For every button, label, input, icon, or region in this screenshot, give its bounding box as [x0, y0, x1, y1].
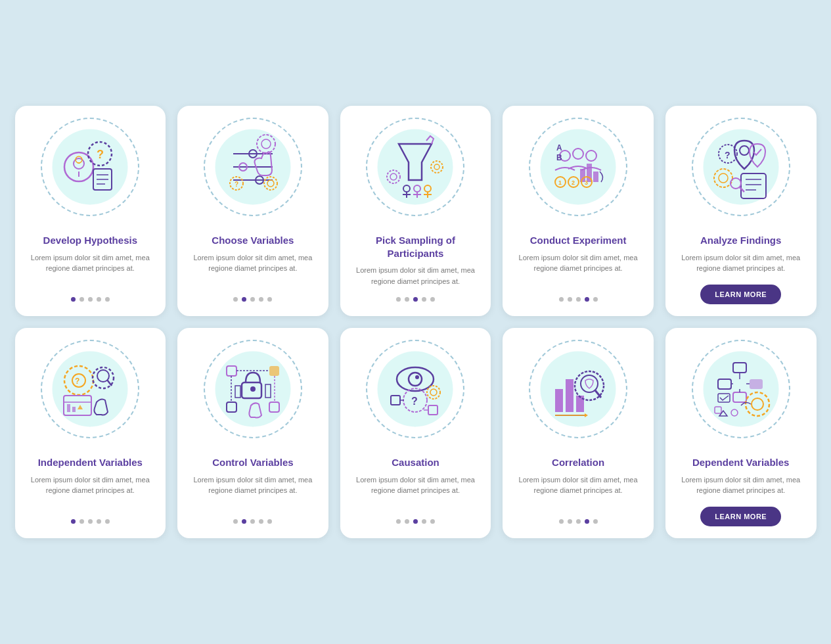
conduct-experiment-icon: A B 1 2 3: [542, 131, 614, 203]
card-icon-dependent-variables: [665, 328, 817, 449]
svg-rect-75: [227, 366, 236, 376]
dot-3: [250, 519, 255, 524]
svg-point-74: [250, 386, 256, 392]
card-title-choose-variables: Choose Variables: [212, 234, 294, 247]
svg-point-22: [261, 139, 271, 149]
dot-4: [422, 297, 426, 302]
dot-2: [242, 297, 246, 302]
card-title-control-variables: Control Variables: [212, 456, 293, 469]
svg-rect-82: [235, 386, 240, 398]
svg-point-9: [76, 156, 82, 163]
card-icon-causation: ?: [340, 328, 491, 449]
svg-text:?: ?: [75, 377, 79, 386]
card-text-develop-hypothesis: Lorem ipsum dolor sit dim amet, mea regi…: [26, 252, 156, 274]
svg-point-99: [581, 375, 598, 392]
svg-point-36: [434, 164, 439, 170]
card-icon-control-variables: [177, 328, 328, 449]
develop-hypothesis-icon: ?: [54, 131, 126, 203]
svg-text:3: 3: [585, 179, 588, 186]
card-icon-choose-variables: ?: [177, 106, 328, 227]
card-dots-develop-hypothesis: [71, 297, 110, 302]
svg-point-117: [731, 409, 738, 416]
card-analyze-findings: ? Analyze Findings Lorem ipsum dolor sit…: [665, 106, 817, 316]
dot-3: [413, 297, 418, 302]
svg-point-26: [403, 185, 410, 192]
dot-1: [396, 519, 401, 524]
dot-1: [71, 519, 76, 524]
dot-5: [267, 519, 272, 524]
dot-1: [233, 519, 238, 524]
card-icon-pick-sampling: [340, 106, 491, 227]
card-title-dependent-variables: Dependent Variables: [692, 456, 790, 469]
svg-marker-102: [585, 413, 588, 417]
card-dependent-variables: Dependent Variables Lorem ipsum dolor si…: [665, 328, 817, 538]
card-dots-control-variables: [233, 519, 272, 524]
analyze-findings-icon: ?: [705, 131, 777, 203]
card-text-causation: Lorem ipsum dolor sit dim amet, mea regi…: [351, 474, 481, 496]
svg-rect-78: [227, 402, 236, 412]
dot-3: [413, 519, 418, 524]
card-choose-variables: ? Choose Variables Lorem ipsum dolor sit…: [177, 106, 328, 316]
dot-1: [396, 297, 401, 302]
svg-point-25: [390, 173, 397, 180]
dot-3: [576, 297, 581, 302]
svg-point-35: [431, 161, 443, 173]
svg-rect-95: [555, 389, 563, 412]
svg-point-32: [424, 185, 431, 192]
card-pick-sampling: Pick Sampling of Participants Lorem ipsu…: [340, 106, 491, 316]
svg-rect-96: [566, 379, 573, 412]
card-text-correlation: Lorem ipsum dolor sit dim amet, mea regi…: [513, 474, 643, 496]
card-dots-independent-variables: [71, 519, 110, 524]
dot-3: [88, 297, 93, 302]
svg-text:?: ?: [725, 150, 730, 160]
learn-more-button-2[interactable]: LEARN MORE: [700, 507, 781, 526]
dot-5: [430, 297, 435, 302]
svg-point-24: [387, 170, 400, 183]
dot-5: [430, 519, 435, 524]
card-dots-choose-variables: [233, 297, 272, 302]
dot-5: [267, 297, 272, 302]
svg-point-114: [752, 398, 763, 410]
card-conduct-experiment: A B 1 2 3 Conduct Experim: [503, 106, 654, 316]
learn-more-button-1[interactable]: LEARN MORE: [700, 285, 781, 304]
choose-variables-icon: ?: [217, 131, 289, 203]
dot-3: [88, 519, 93, 524]
card-text-analyze-findings: Lorem ipsum dolor sit dim amet, mea regi…: [676, 252, 806, 274]
control-variables-icon: [217, 353, 289, 425]
svg-point-86: [415, 375, 419, 379]
svg-rect-76: [269, 366, 279, 376]
svg-rect-83: [265, 384, 271, 398]
card-icon-conduct-experiment: A B 1 2 3: [503, 106, 654, 227]
svg-rect-107: [750, 379, 763, 389]
card-dots-pick-sampling: [396, 297, 435, 302]
svg-point-21: [257, 135, 275, 153]
svg-point-39: [586, 150, 596, 161]
card-causation: ? Causation Lorem ipsum dolor sit dim am…: [340, 328, 491, 538]
svg-rect-71: [72, 407, 76, 412]
card-title-pick-sampling: Pick Sampling of Participants: [348, 234, 483, 260]
svg-point-90: [430, 389, 437, 396]
svg-rect-115: [715, 407, 721, 413]
dot-5: [105, 519, 110, 524]
dot-1: [559, 297, 564, 302]
dot-2: [405, 519, 409, 524]
card-text-pick-sampling: Lorem ipsum dolor sit dim amet, mea regi…: [351, 265, 481, 287]
svg-point-38: [573, 149, 583, 159]
dot-5: [105, 297, 110, 302]
card-icon-independent-variables: ?: [15, 328, 166, 449]
svg-line-67: [107, 380, 112, 386]
svg-point-54: [714, 169, 732, 187]
independent-variables-icon: ?: [54, 353, 126, 425]
svg-point-17: [264, 177, 277, 190]
dot-4: [585, 297, 589, 302]
card-title-correlation: Correlation: [552, 456, 604, 469]
dot-5: [593, 519, 598, 524]
dot-5: [593, 297, 598, 302]
svg-point-113: [746, 392, 769, 416]
svg-rect-91: [391, 396, 400, 405]
svg-rect-106: [718, 379, 731, 389]
svg-text:A: A: [556, 143, 562, 152]
svg-rect-77: [269, 402, 279, 412]
svg-text:2: 2: [572, 179, 575, 186]
causation-icon: ?: [379, 353, 451, 425]
